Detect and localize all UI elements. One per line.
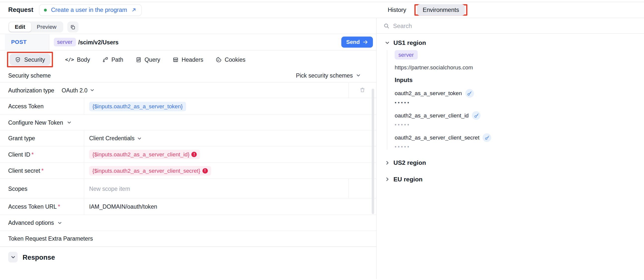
send-label: Send bbox=[346, 39, 360, 45]
tab-query-label: Query bbox=[144, 56, 160, 63]
access-token-variable-chip[interactable]: {$inputs.oauth2_as_a_server_token} bbox=[89, 102, 186, 111]
environments-panel: US1 region server https://partner.social… bbox=[376, 18, 644, 279]
cookie-icon bbox=[216, 56, 222, 63]
secret-key-icon bbox=[465, 89, 474, 98]
error-icon: ! bbox=[192, 152, 197, 157]
input-item: oauth2_as_a_server_client_id bbox=[395, 111, 644, 120]
access-token-url-value: IAM_DOMAIN/oauth/token bbox=[89, 203, 157, 210]
grant-type-dropdown[interactable]: Client Credentials bbox=[84, 130, 376, 146]
tab-cookies[interactable]: Cookies bbox=[216, 56, 246, 63]
tab-path[interactable]: Path bbox=[102, 56, 123, 63]
request-name-link[interactable]: Create a user in the program bbox=[51, 7, 127, 13]
authorization-type-value: OAuth 2.0 bbox=[62, 87, 88, 93]
search-icon bbox=[384, 23, 389, 28]
search-input[interactable] bbox=[393, 22, 644, 29]
configure-new-token-label: Configure New Token bbox=[8, 119, 63, 126]
edit-preview-segmented: Edit Preview bbox=[8, 21, 63, 32]
region-us1-label: US1 region bbox=[394, 39, 426, 46]
tab-cookies-label: Cookies bbox=[225, 56, 246, 63]
secret-key-icon bbox=[472, 111, 481, 120]
edit-toggle-button[interactable]: Edit bbox=[9, 22, 31, 32]
server-variable-chip[interactable]: server bbox=[395, 50, 418, 59]
inputs-section-title: Inputs bbox=[395, 77, 644, 83]
chevron-down-icon bbox=[67, 120, 71, 125]
advanced-options-section[interactable]: Advanced options bbox=[0, 215, 376, 231]
input-name: oauth2_as_a_server_client_secret bbox=[395, 135, 480, 141]
url-input[interactable]: server /scim/v2/Users bbox=[50, 34, 341, 50]
request-section-tabs: Security </> Body Path Qu bbox=[0, 51, 376, 69]
client-id-field[interactable]: {$inputs.oauth2_as_a_server_client_id} ! bbox=[84, 146, 376, 162]
server-variable-chip[interactable]: server bbox=[54, 38, 76, 47]
required-asterisk: * bbox=[32, 151, 34, 157]
pick-security-schemes-dropdown[interactable]: Pick security schemes bbox=[296, 72, 361, 79]
client-secret-field[interactable]: {$inputs.oauth2_as_a_server_client_secre… bbox=[84, 163, 376, 178]
required-asterisk: * bbox=[42, 167, 44, 174]
pick-security-schemes-label: Pick security schemes bbox=[296, 72, 353, 79]
security-annotation-box: Security bbox=[7, 52, 53, 67]
input-item: oauth2_as_a_server_token bbox=[395, 89, 644, 98]
client-secret-variable-chip[interactable]: {$inputs.oauth2_as_a_server_client_secre… bbox=[89, 166, 211, 175]
query-icon bbox=[136, 56, 142, 63]
response-collapse-button[interactable] bbox=[8, 252, 18, 263]
chevron-right-icon bbox=[385, 177, 390, 182]
external-link-icon[interactable] bbox=[131, 7, 136, 12]
configure-new-token-section[interactable]: Configure New Token bbox=[0, 115, 376, 131]
chevron-down-icon bbox=[356, 73, 360, 78]
authorization-type-dropdown[interactable]: OAuth 2.0 bbox=[62, 87, 94, 93]
url-path: /scim/v2/Users bbox=[78, 39, 118, 45]
path-icon bbox=[102, 56, 108, 63]
header: Request Create a user in the program His… bbox=[0, 2, 644, 18]
page-title: Request bbox=[8, 6, 33, 14]
scopes-row: Scopes New scope item bbox=[0, 179, 376, 198]
method-select[interactable]: POST bbox=[5, 34, 50, 50]
input-name: oauth2_as_a_server_token bbox=[395, 90, 462, 96]
chevron-down-icon bbox=[385, 40, 390, 45]
input-name: oauth2_as_a_server_client_id bbox=[395, 113, 469, 119]
security-scheme-row: Security scheme Pick security schemes bbox=[0, 69, 376, 83]
tab-security[interactable]: Security bbox=[10, 54, 50, 65]
request-name-pill[interactable]: Create a user in the program bbox=[39, 4, 142, 16]
access-token-field[interactable]: {$inputs.oauth2_as_a_server_token} bbox=[84, 98, 376, 115]
tab-security-label: Security bbox=[24, 56, 45, 63]
masked-secret-value: ••••• bbox=[395, 122, 644, 128]
chevron-right-icon bbox=[385, 160, 390, 165]
access-token-label: Access Token bbox=[0, 98, 84, 115]
region-eu-label: EU region bbox=[394, 175, 422, 182]
tab-headers[interactable]: Headers bbox=[172, 56, 203, 63]
tab-environments[interactable]: Environments bbox=[417, 4, 465, 16]
region-us1[interactable]: US1 region bbox=[385, 39, 644, 46]
response-title: Response bbox=[22, 253, 55, 261]
tab-headers-label: Headers bbox=[182, 56, 203, 63]
scopes-label: Scopes bbox=[0, 179, 84, 198]
tab-query[interactable]: Query bbox=[136, 56, 160, 63]
access-token-url-field[interactable]: IAM_DOMAIN/oauth/token bbox=[84, 198, 376, 215]
masked-secret-value: ••••• bbox=[395, 144, 644, 150]
error-icon: ! bbox=[202, 168, 208, 173]
copy-icon bbox=[70, 24, 76, 30]
environments-annotation-box: Environments bbox=[414, 4, 467, 16]
shield-check-icon bbox=[15, 56, 21, 63]
scopes-field[interactable]: New scope item bbox=[84, 179, 348, 198]
advanced-options-label: Advanced options bbox=[8, 219, 54, 226]
grant-type-row: Grant type Client Credentials bbox=[0, 130, 376, 146]
masked-secret-value: ••••• bbox=[395, 100, 644, 105]
client-id-variable-chip[interactable]: {$inputs.oauth2_as_a_server_client_id} ! bbox=[89, 150, 200, 159]
code-icon: </> bbox=[65, 57, 74, 62]
copy-button[interactable] bbox=[67, 21, 78, 32]
send-button[interactable]: Send bbox=[341, 37, 373, 48]
preview-toggle-button[interactable]: Preview bbox=[31, 22, 62, 32]
chevron-down-icon bbox=[58, 221, 62, 225]
region-eu[interactable]: EU region bbox=[385, 175, 644, 182]
client-secret-label: Client secret * bbox=[0, 163, 84, 178]
tab-path-label: Path bbox=[112, 56, 124, 63]
status-dot bbox=[44, 8, 47, 11]
region-us1-details: server https://partner.socialchorus.com … bbox=[387, 50, 644, 150]
tab-history[interactable]: History bbox=[386, 4, 408, 16]
access-token-row: Access Token {$inputs.oauth2_as_a_server… bbox=[0, 98, 376, 115]
token-request-extra-params-label: Token Request Extra Parameters bbox=[0, 231, 376, 247]
region-us2[interactable]: US2 region bbox=[385, 159, 644, 166]
environments-tree: US1 region server https://partner.social… bbox=[376, 34, 644, 183]
input-item: oauth2_as_a_server_client_secret bbox=[395, 133, 644, 142]
scrollbar-thumb[interactable] bbox=[372, 89, 374, 214]
tab-body[interactable]: </> Body bbox=[65, 56, 90, 63]
